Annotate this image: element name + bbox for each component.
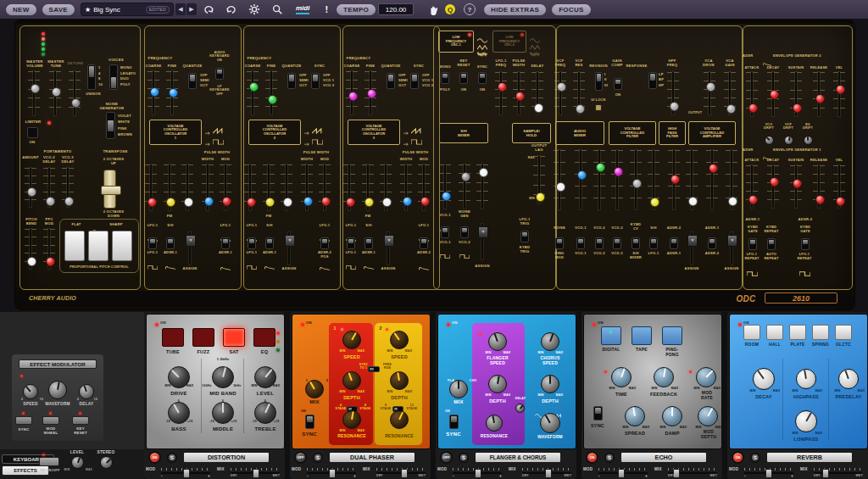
vco-1-fm2-src-switch[interactable] — [166, 237, 175, 249]
key-reset-switch[interactable] — [459, 72, 468, 84]
eg1-sustain-slider[interactable] — [790, 165, 802, 208]
help-icon[interactable]: ? — [464, 3, 476, 15]
ui-lock-button[interactable] — [595, 104, 602, 111]
vco-2-fm-1-slider[interactable] — [244, 164, 256, 210]
fuzz-button[interactable] — [192, 328, 214, 347]
chorus-depth-knob[interactable] — [541, 375, 559, 393]
mix-vco1-slider[interactable] — [575, 150, 587, 209]
quantize-badge[interactable]: Q — [445, 4, 455, 14]
vco-2-coarse-slider[interactable] — [247, 71, 259, 114]
lowpass-knob[interactable] — [795, 410, 817, 432]
ping-pong-button[interactable] — [662, 326, 682, 345]
vco-1-pwm-src-switch[interactable] — [221, 237, 230, 249]
fx-level-knob[interactable] — [71, 456, 84, 469]
noise-ringmod-switch[interactable] — [555, 237, 564, 249]
response-switch[interactable] — [648, 72, 657, 89]
vco-3-assign-select[interactable]: ▼ — [384, 232, 392, 265]
vcf-assign-slider[interactable] — [686, 150, 698, 209]
tape-button[interactable] — [632, 326, 652, 345]
flanger-sync-switch[interactable] — [449, 415, 459, 429]
vcf-res-slider[interactable] — [573, 72, 585, 114]
vco-1-width-slider[interactable] — [202, 164, 214, 210]
vca-drive-slider[interactable] — [704, 72, 715, 114]
fx-stereo-knob[interactable] — [100, 456, 113, 469]
zoom-icon[interactable] — [271, 3, 283, 15]
time-knob[interactable] — [611, 367, 632, 387]
kybd-sh-switch[interactable] — [632, 237, 640, 249]
damp-knob[interactable] — [662, 406, 682, 426]
ppc-mod-slider[interactable] — [43, 229, 55, 269]
eg2-release-slider[interactable] — [813, 72, 825, 116]
key-reset-button[interactable] — [72, 416, 89, 425]
vco-3-quantize-switch[interactable] — [387, 73, 395, 89]
tube-button[interactable] — [162, 328, 184, 347]
vco-3-fm-1-slider[interactable] — [343, 164, 355, 210]
lfo-mono-poly-switch[interactable] — [441, 72, 449, 84]
undo-icon[interactable] — [203, 3, 214, 15]
sh-mix-2-slider[interactable] — [459, 164, 470, 209]
pitch-bend-slider[interactable] — [25, 229, 36, 269]
tempo-value[interactable]: 120.00 — [378, 3, 414, 15]
eg2-vel-slider[interactable] — [833, 72, 845, 116]
vcf-kybd-slider[interactable] — [630, 150, 642, 209]
vcf-env-switch[interactable] — [670, 237, 678, 249]
eg1-vel-slider[interactable] — [833, 165, 845, 208]
ph1-depth-knob[interactable] — [342, 371, 361, 390]
eg1-release-slider[interactable] — [813, 165, 825, 208]
prev-preset-button[interactable]: ◀ — [175, 3, 186, 15]
warning-icon[interactable]: ! — [325, 4, 328, 14]
vco-2-assign-select[interactable]: ▼ — [285, 232, 293, 265]
vco3-wave-switch[interactable] — [613, 237, 621, 249]
master-volume-slider[interactable] — [28, 71, 40, 115]
adsr1-gate-switch[interactable] — [748, 238, 757, 250]
sharp-button[interactable] — [112, 231, 132, 261]
vco-1-coarse-slider[interactable] — [147, 71, 159, 114]
vco-2-fm2-src-switch[interactable] — [265, 237, 274, 249]
kybd-repeat-switch[interactable] — [767, 238, 776, 250]
settings-gear-icon[interactable] — [248, 3, 260, 15]
vco-2-pwm-src-switch[interactable] — [320, 237, 329, 249]
ppc-bend-button[interactable] — [88, 231, 108, 261]
vca-assign-select[interactable]: ▼ — [727, 232, 736, 265]
mod-wheel-button[interactable] — [42, 416, 59, 425]
vco-3-width-slider[interactable] — [400, 164, 412, 210]
fx-solo-button[interactable]: S — [604, 453, 615, 463]
vcf-assign-select[interactable]: ▼ — [687, 232, 696, 265]
revision-switch[interactable] — [595, 72, 603, 91]
vco-2-fine-slider[interactable] — [265, 71, 277, 114]
fx-power-button[interactable]: OFF — [294, 451, 307, 464]
adsr2-gate-switch[interactable] — [801, 238, 810, 250]
vco-2-fm-3-slider[interactable] — [281, 164, 292, 210]
vco-drift-knob[interactable] — [765, 136, 774, 145]
vco-3-fm-3-slider[interactable] — [380, 164, 392, 210]
flanger-depth-knob[interactable] — [488, 375, 507, 393]
vco-2-width-mod-slider[interactable] — [319, 164, 331, 210]
plate-button[interactable] — [789, 325, 806, 340]
vco-3-width-mod-slider[interactable] — [418, 164, 430, 210]
glctc-button[interactable] — [835, 325, 852, 340]
redo-icon[interactable] — [225, 3, 237, 15]
vco-3-fine-slider[interactable] — [364, 71, 376, 114]
vco-1-fm-3-slider[interactable] — [181, 164, 193, 210]
sh-assign-slider[interactable] — [476, 164, 488, 209]
vco-1-quantize-switch[interactable] — [188, 73, 197, 89]
eg1-decay-slider[interactable] — [767, 165, 779, 208]
vco-1-width-mod-slider[interactable] — [220, 164, 231, 210]
fx-solo-button[interactable]: S — [750, 453, 760, 463]
eq-button[interactable] — [253, 328, 275, 347]
ph1-speed-knob[interactable] — [342, 331, 361, 349]
lfo-pulse-width-slider[interactable] — [513, 72, 525, 114]
fx-solo-button[interactable]: S — [313, 453, 323, 463]
eg-drift-knob[interactable] — [804, 136, 813, 145]
vcf-drift-knob[interactable] — [784, 136, 793, 145]
midi-button[interactable]: midi — [296, 4, 309, 14]
vco-2-quantize-switch[interactable] — [287, 73, 296, 89]
vca-assign-slider[interactable] — [726, 150, 737, 209]
lfo1-freq-slider[interactable] — [495, 72, 507, 114]
ph2-depth-knob[interactable] — [390, 371, 409, 390]
hall-button[interactable] — [766, 325, 783, 340]
fx-power-button[interactable]: ON — [148, 451, 161, 464]
mod-waveform-knob[interactable] — [48, 381, 67, 399]
vco-3-fm1-src-switch[interactable] — [347, 237, 355, 249]
eg2-decay-slider[interactable] — [767, 72, 779, 116]
